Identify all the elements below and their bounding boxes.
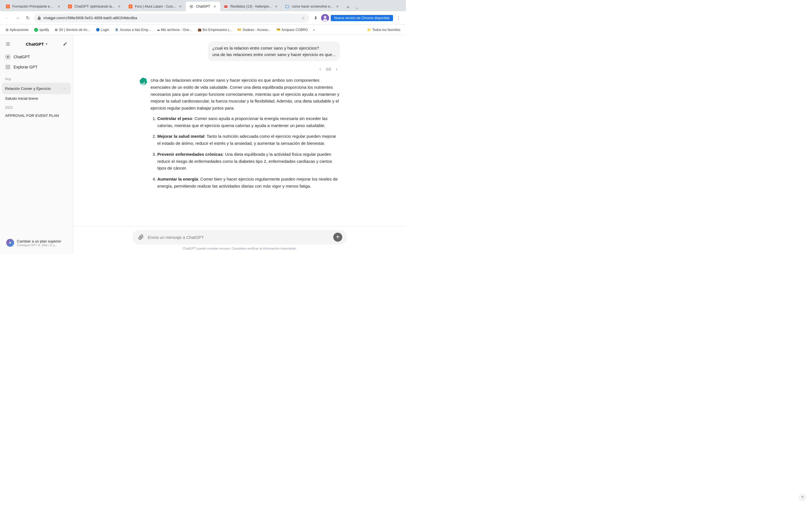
- bookmark-itau[interactable]: 🏦 Acceso a Itaú Emp...: [112, 27, 153, 33]
- tab-close-5[interactable]: ✕: [274, 4, 278, 9]
- pagination-prev-button[interactable]: ‹: [317, 66, 324, 72]
- pagination-next-button[interactable]: ›: [333, 66, 340, 72]
- forward-button[interactable]: →: [13, 14, 21, 22]
- bookmark-label-login: Login: [101, 28, 109, 32]
- tab-close-3[interactable]: ✕: [178, 4, 183, 9]
- bookmark-label-amipass: Amipass COBRO: [282, 28, 308, 32]
- tab-close-4[interactable]: ✕: [212, 4, 217, 9]
- tab-close-1[interactable]: ✕: [56, 4, 61, 9]
- tab-chatgpt-active[interactable]: ChatGPT ✕: [186, 2, 220, 11]
- svg-rect-6: [6, 44, 10, 44]
- chat-name-saludo: Saludo inicial breve: [5, 96, 68, 101]
- chrome-update-button[interactable]: Nueva versión de Chrome disponible: [331, 15, 393, 21]
- tab-favicon-3: A: [128, 4, 133, 9]
- send-button[interactable]: [333, 233, 342, 242]
- sidebar-toggle-button[interactable]: [3, 40, 12, 48]
- assistant-message-wrap: Una de las relaciones entre comer sano y…: [139, 77, 340, 194]
- sidebar-item-explore[interactable]: Explorar GPT: [2, 62, 71, 72]
- sidebar-chat-item-approval[interactable]: APPROVAL FOR EVENT PLAN: [2, 111, 71, 120]
- download-button[interactable]: ⬇: [312, 14, 319, 22]
- bookmark-login[interactable]: 🔵 Login: [94, 27, 111, 33]
- tab-recibidos[interactable]: Recibidos (13) - hellenpei... ✕: [220, 2, 282, 11]
- tab-close-2[interactable]: ✕: [117, 4, 121, 9]
- upgrade-title: Cambiar a un plan superior: [17, 239, 61, 243]
- svg-point-3: [324, 16, 326, 18]
- tab-favicon-1: A: [6, 4, 10, 9]
- tab-favicon-2: A: [68, 4, 72, 9]
- chat-more-button-relacion[interactable]: ···: [61, 85, 68, 92]
- section-today-label: Hoy: [2, 75, 71, 83]
- upgrade-text: Cambiar a un plan superior Consigue GPT-…: [17, 239, 61, 247]
- profile-avatar[interactable]: [321, 14, 329, 22]
- bookmark-bci[interactable]: 💼 Bci Empresarios |...: [195, 27, 234, 33]
- chatgpt-title-button[interactable]: ChatGPT ▾: [23, 41, 49, 48]
- tab-favicon-6: [285, 4, 290, 9]
- tab-favicon-5: [223, 4, 228, 9]
- upgrade-plan-button[interactable]: ✦ Cambiar a un plan superior Consigue GP…: [3, 237, 70, 249]
- tab-title-2: ChatGPT: optimizando la...: [74, 4, 115, 8]
- chat-input-container: ChatGPT puede cometer errores. Considera…: [133, 230, 347, 251]
- message-pagination: ‹ 2/2 ›: [139, 66, 340, 72]
- address-text: chatgpt.com/c/398e3008-5e51-4858-bab5-a8…: [43, 16, 298, 20]
- chat-name-relacion: Relación Comer y Ejercicio: [5, 87, 61, 91]
- bookmark-label-sii: SII | Servicio de Im...: [59, 28, 90, 32]
- sidebar-item-chatgpt[interactable]: ChatGPT: [2, 52, 71, 62]
- chatgpt-circle-icon: [5, 54, 11, 60]
- tab-screenshot[interactable]: como hacer screenshot e... ✕: [282, 2, 343, 11]
- attach-button[interactable]: [137, 233, 145, 241]
- nav-bar: ← → ↻ chatgpt.com/c/398e3008-5e51-4858-b…: [0, 11, 406, 25]
- svg-point-9: [7, 56, 9, 58]
- tab-formacion[interactable]: A Formación Principiante en... ✕: [2, 2, 64, 11]
- back-button[interactable]: ←: [3, 14, 11, 22]
- tab-chatgpt-optimizando[interactable]: A ChatGPT: optimizando la... ✕: [64, 2, 125, 11]
- more-tabs-button[interactable]: ⌄: [353, 3, 361, 11]
- tab-close-6[interactable]: ✕: [335, 4, 340, 9]
- bookmarks-folder[interactable]: 📁 Todos los favoritos: [365, 27, 403, 33]
- chat-input-field[interactable]: [148, 235, 331, 240]
- bookmark-aplicaciones[interactable]: ⊞ Aplicaciones: [3, 27, 31, 33]
- bookmark-onedrive[interactable]: ☁ Mis archivos - One...: [154, 27, 194, 33]
- send-icon: [336, 235, 340, 239]
- bookmark-star-icon[interactable]: ☆: [300, 15, 306, 21]
- svg-point-0: [191, 6, 192, 7]
- bookmark-label-sodexo: Sodexo - Acceso...: [243, 28, 271, 32]
- list-item-2: Mejorar la salud mental: Tanto la nutric…: [157, 133, 340, 147]
- menu-button[interactable]: ⋮: [395, 14, 403, 22]
- bookmark-spotify[interactable]: ♪ spotify: [32, 27, 51, 33]
- assistant-content: Una de las relaciones entre comer sano y…: [151, 77, 340, 194]
- sidebar-item-explore-label: Explorar GPT: [13, 65, 38, 69]
- user-message-bubble: ¿cual es la relacion entre comer sano y …: [208, 42, 340, 61]
- list-item-4: Aumentar la energía: Comer bien y hacer …: [157, 176, 340, 190]
- list-item-1: Controlar el peso: Comer sano ayuda a pr…: [157, 115, 340, 129]
- chat-name-approval: APPROVAL FOR EVENT PLAN: [5, 114, 68, 118]
- bookmarks-more-button[interactable]: »: [311, 27, 317, 33]
- sidebar-chat-item-relacion[interactable]: Relación Comer y Ejercicio ···: [2, 83, 71, 94]
- address-icons: ☆: [300, 15, 306, 21]
- list-item-4-bold: Aumentar la energía: [157, 177, 198, 181]
- sidebar-item-chatgpt-label: ChatGPT: [13, 55, 30, 59]
- avatar-icon: [321, 14, 329, 22]
- upgrade-icon: ✦: [6, 239, 14, 247]
- lock-icon: [37, 16, 41, 20]
- bookmark-label-onedrive: Mis archivos - One...: [161, 28, 192, 32]
- sidebar-chat-item-saludo[interactable]: Saludo inicial breve: [2, 94, 71, 103]
- address-bar[interactable]: chatgpt.com/c/398e3008-5e51-4858-bab5-a8…: [34, 13, 309, 22]
- new-tab-button[interactable]: +: [344, 3, 352, 11]
- bookmark-sodexo[interactable]: 🎫 Sodexo - Acceso...: [235, 27, 273, 33]
- pagination-count: 2/2: [326, 67, 331, 71]
- chat-area: ✎ ¿cual es la relacion entre comer sano …: [73, 35, 406, 253]
- section-2023-label: 2023: [2, 104, 71, 111]
- edit-button[interactable]: [61, 40, 70, 48]
- pencil-icon: [63, 42, 67, 46]
- bookmark-amipass[interactable]: 💳 Amipass COBRO: [274, 27, 310, 33]
- svg-rect-5: [6, 43, 10, 43]
- chat-disclaimer: ChatGPT puede cometer errores. Considera…: [133, 247, 347, 251]
- reload-button[interactable]: ↻: [24, 14, 32, 22]
- chevron-down-icon: ▾: [46, 42, 47, 46]
- chrome-frame: A Formación Principiante en... ✕ A ChatG…: [0, 0, 406, 253]
- user-message-line1: ¿cual es la relacion entre comer sano y …: [212, 46, 319, 50]
- tab-title-1: Formación Principiante en...: [12, 4, 54, 8]
- svg-rect-13: [8, 68, 10, 69]
- tab-foro-alura[interactable]: A Foro | Alura Latam - Curs... ✕: [125, 2, 186, 11]
- bookmark-sii[interactable]: 🏛 SII | Servicio de Im...: [52, 27, 92, 33]
